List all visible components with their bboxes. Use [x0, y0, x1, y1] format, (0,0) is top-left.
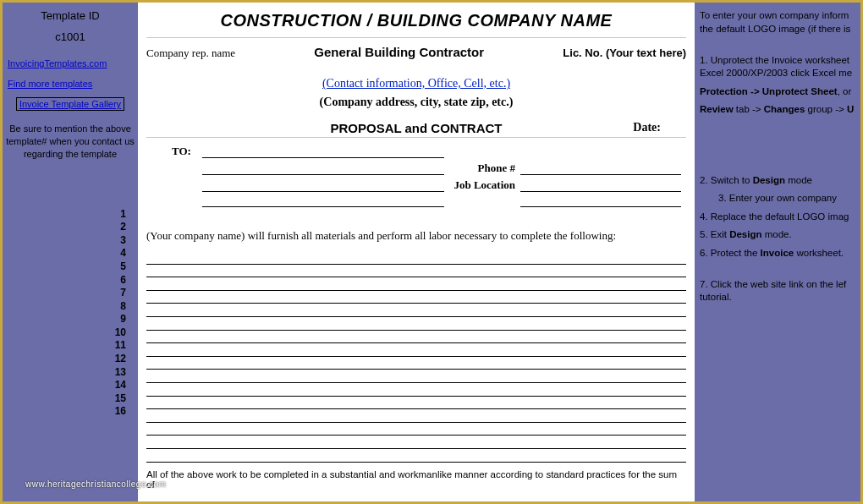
completion-statement: All of the above work to be completed in…	[146, 469, 686, 490]
header-row: Company rep. name General Building Contr…	[146, 43, 686, 67]
document-area: CONSTRUCTION / BUILDING COMPANY NAME Com…	[138, 3, 695, 501]
template-id-value: c1001	[6, 30, 135, 43]
row-num: 8	[6, 300, 126, 314]
contractor-title: General Building Contractor	[314, 45, 484, 59]
watermark: www.heritagechristiancollege.com	[25, 479, 167, 489]
row-numbers: 1 2 3 4 5 6 7 8 9 10 11 12 13 14 15 16	[6, 208, 135, 419]
work-line[interactable]	[146, 343, 686, 357]
job-location-label: Job Location	[444, 178, 520, 192]
instruction-step: Review tab -> Changes group -> U	[700, 103, 855, 117]
job-location-field-line[interactable]	[520, 180, 681, 192]
template-id-label: Template ID	[6, 9, 135, 22]
work-line[interactable]	[146, 277, 686, 291]
row-num: 15	[6, 392, 126, 406]
instruction-step: 3. Enter your own company	[700, 192, 855, 205]
row-num: 7	[6, 287, 126, 300]
instruction-step: 2. Switch to Design mode	[700, 174, 855, 188]
row-num: 12	[6, 353, 126, 366]
divider	[146, 137, 686, 138]
row-num: 13	[6, 366, 126, 380]
work-line[interactable]	[146, 304, 686, 317]
work-line[interactable]	[146, 331, 686, 344]
to-field-line-2[interactable]	[202, 163, 444, 175]
proposal-heading-row: PROPOSAL and CONTRACT Date:	[146, 121, 686, 135]
to-field-line-3[interactable]	[202, 180, 444, 192]
to-field-line-4[interactable]	[202, 195, 444, 207]
link-invoicing-templates[interactable]: InvoicingTemplates.com	[6, 57, 135, 70]
row-num: 6	[6, 274, 126, 288]
row-num: 11	[6, 339, 126, 353]
company-name-title: CONSTRUCTION / BUILDING COMPANY NAME	[146, 3, 686, 36]
work-line[interactable]	[146, 383, 686, 397]
link-find-more-templates[interactable]: Find more templates	[6, 77, 135, 90]
phone-field-line[interactable]	[520, 163, 681, 175]
row-num: 1	[6, 208, 126, 222]
row-num: 2	[6, 221, 126, 234]
work-description-lines	[146, 251, 686, 463]
divider	[146, 37, 686, 38]
job-location-field-line-2[interactable]	[520, 195, 681, 207]
date-label: Date:	[633, 121, 661, 134]
instruction-step: 7. Click the web site link on the lef tu…	[700, 278, 855, 304]
proposal-contract-heading: PROPOSAL and CONTRACT	[330, 121, 502, 135]
left-sidebar: Template ID c1001 InvoicingTemplates.com…	[3, 3, 138, 501]
work-line[interactable]	[146, 449, 686, 463]
company-rep-label: Company rep. name	[146, 47, 235, 60]
to-label: TO:	[172, 145, 202, 158]
instructions-panel: To enter your own company inform the def…	[695, 3, 860, 501]
work-line[interactable]	[146, 317, 686, 331]
work-line[interactable]	[146, 251, 686, 265]
recipient-block: TO: Phone # Job Location	[146, 145, 686, 207]
work-line[interactable]	[146, 397, 686, 410]
company-address: (Company address, city, state zip, etc.)	[146, 96, 686, 109]
instruction-step: 6. Protect the Invoice worksheet.	[700, 247, 855, 260]
row-num: 5	[6, 260, 126, 274]
work-line[interactable]	[146, 409, 686, 423]
furnish-statement: (Your company name) will furnish all mat…	[146, 229, 686, 243]
row-num: 9	[6, 313, 126, 326]
instruction-step: Protection -> Unprotect Sheet, or	[700, 85, 855, 99]
contact-note: Be sure to mention the above template# w…	[6, 123, 135, 161]
work-line[interactable]	[146, 423, 686, 436]
phone-label: Phone #	[444, 162, 520, 175]
link-invoice-template-gallery[interactable]: Invoice Template Gallery	[19, 99, 121, 109]
work-line[interactable]	[146, 265, 686, 278]
row-num: 16	[6, 405, 126, 419]
row-num: 4	[6, 247, 126, 260]
to-field-line[interactable]	[202, 146, 444, 158]
work-line[interactable]	[146, 370, 686, 383]
work-line[interactable]	[146, 291, 686, 304]
instruction-step: 1. Unprotect the Invoice worksheet Excel…	[700, 54, 855, 80]
instruction-step: 5. Exit Design mode.	[700, 228, 855, 242]
instructions-intro: To enter your own company inform the def…	[700, 9, 855, 36]
work-line[interactable]	[146, 357, 686, 370]
license-number-label: Lic. No. (Your text here)	[563, 47, 686, 59]
row-num: 10	[6, 326, 126, 340]
work-line[interactable]	[146, 436, 686, 449]
instruction-step: 4. Replace the default LOGO imag	[700, 211, 855, 224]
row-num: 14	[6, 379, 126, 392]
row-num: 3	[6, 234, 126, 248]
contact-info-link[interactable]: (Contact information, Office, Cell, etc.…	[146, 77, 686, 90]
spreadsheet-frame: Template ID c1001 InvoicingTemplates.com…	[0, 0, 863, 504]
